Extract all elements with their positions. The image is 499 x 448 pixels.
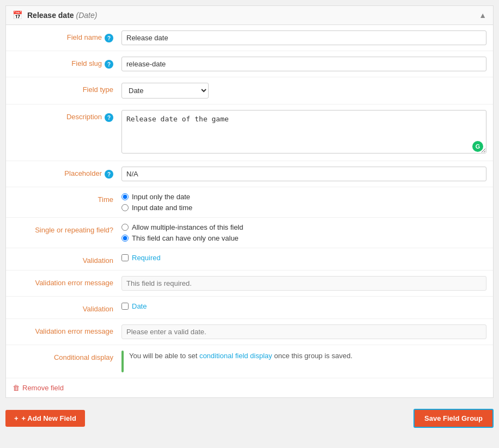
panel-title: Release date (Date) — [27, 11, 97, 20]
field-type-select[interactable]: Date Text Number Email URL Image — [121, 83, 209, 99]
description-help-icon[interactable]: ? — [105, 113, 113, 122]
single-repeating-control: Allow multiple-instances of this field T… — [121, 223, 486, 242]
required-checkbox-label: Required — [132, 254, 161, 262]
validation-required-label: Validation — [13, 254, 121, 265]
validation-date-label: Validation — [13, 302, 121, 313]
time-row: Time Input only the date Input date and … — [6, 187, 493, 218]
plus-icon: + — [14, 414, 19, 422]
time-datetime-radio[interactable] — [121, 204, 129, 211]
placeholder-row: Placeholder ? — [6, 161, 493, 187]
time-label: Time — [13, 193, 121, 204]
conditional-display-text: You will be able to set conditional fiel… — [129, 351, 352, 361]
time-date-only-radio[interactable] — [121, 193, 129, 200]
grammarly-icon: G — [472, 141, 483, 152]
field-slug-row: Field slug ? — [6, 51, 493, 77]
description-label: Description ? — [13, 110, 121, 122]
conditional-display-label: Conditional display — [13, 351, 121, 361]
panel-header: 📅 Release date (Date) ▲ — [6, 6, 493, 25]
date-checkbox[interactable] — [121, 303, 129, 310]
collapse-arrow[interactable]: ▲ — [479, 11, 486, 20]
remove-field-row: 🗑 Remove field — [6, 378, 493, 397]
time-datetime-label: Input date and time — [132, 204, 192, 212]
single-option1: Allow multiple-instances of this field — [121, 223, 486, 231]
validation-error-row2: Validation error message — [6, 319, 493, 345]
add-field-button[interactable]: + + Add New Field — [5, 410, 85, 427]
validation-required-row: Validation Required — [6, 248, 493, 271]
field-name-row: Field name ? — [6, 25, 493, 51]
panel-body: Field name ? Field slug ? — [6, 25, 493, 378]
single-value-radio[interactable] — [121, 235, 129, 242]
validation-error-row1: Validation error message — [6, 271, 493, 297]
single-value-label: This field can have only one value — [132, 234, 239, 242]
date-checkbox-option: Date — [121, 302, 486, 310]
conditional-display-link[interactable]: conditional field display — [199, 352, 272, 360]
validation-required-control: Required — [121, 254, 486, 262]
calendar-icon: 📅 — [13, 10, 23, 20]
panel-header-left: 📅 Release date (Date) — [13, 10, 97, 20]
field-group-panel: 📅 Release date (Date) ▲ Field name ? — [5, 5, 494, 398]
date-checkbox-label: Date — [132, 302, 147, 310]
placeholder-help-icon[interactable]: ? — [105, 170, 113, 179]
required-checkbox[interactable] — [121, 254, 129, 261]
conditional-display-area: You will be able to set conditional fiel… — [121, 351, 486, 372]
bottom-bar: + + Add New Field Save Field Group — [5, 403, 494, 433]
field-name-input[interactable] — [121, 30, 486, 45]
green-bar — [121, 351, 124, 372]
description-control: Release date of the game G — [121, 110, 486, 155]
validation-date-control: Date — [121, 302, 486, 310]
validation-error-label2: Validation error message — [13, 324, 121, 335]
multiple-instances-label: Allow multiple-instances of this field — [132, 223, 243, 231]
time-date-only-label: Input only the date — [132, 193, 190, 201]
conditional-display-control: You will be able to set conditional fiel… — [121, 351, 486, 372]
field-name-help-icon[interactable]: ? — [105, 34, 113, 42]
field-name-control — [121, 30, 486, 45]
field-slug-input[interactable] — [121, 57, 486, 71]
validation-error-control1 — [121, 276, 486, 291]
description-row: Description ? Release date of the game G — [6, 105, 493, 161]
placeholder-input[interactable] — [121, 167, 486, 181]
trash-icon: 🗑 — [13, 384, 20, 392]
field-slug-control — [121, 57, 486, 71]
validation-date-row: Validation Date — [6, 297, 493, 319]
placeholder-control — [121, 167, 486, 181]
single-option2: This field can have only one value — [121, 234, 486, 242]
description-textarea-wrapper: Release date of the game G — [121, 110, 486, 155]
validation-error-input1[interactable] — [121, 276, 486, 291]
validation-error-input2[interactable] — [121, 324, 486, 339]
description-textarea[interactable]: Release date of the game — [121, 110, 486, 154]
single-repeating-label: Single or repeating field? — [13, 223, 121, 234]
multiple-instances-radio[interactable] — [121, 224, 129, 231]
save-field-group-button[interactable]: Save Field Group — [413, 409, 494, 428]
field-type-row: Field type Date Text Number Email URL Im… — [6, 77, 493, 105]
time-control: Input only the date Input date and time — [121, 193, 486, 212]
field-type-label: Field type — [13, 83, 121, 94]
placeholder-label: Placeholder ? — [13, 167, 121, 179]
field-slug-help-icon[interactable]: ? — [105, 60, 113, 69]
field-type-control: Date Text Number Email URL Image — [121, 83, 486, 99]
required-checkbox-option: Required — [121, 254, 486, 262]
conditional-display-row: Conditional display You will be able to … — [6, 345, 493, 378]
page-wrapper: 📅 Release date (Date) ▲ Field name ? — [0, 0, 499, 448]
validation-error-control2 — [121, 324, 486, 339]
field-slug-label: Field slug ? — [13, 57, 121, 69]
single-repeating-row: Single or repeating field? Allow multipl… — [6, 218, 493, 248]
remove-field-button[interactable]: 🗑 Remove field — [13, 384, 64, 392]
field-name-label: Field name ? — [13, 30, 121, 42]
time-option1: Input only the date — [121, 193, 486, 201]
validation-error-label1: Validation error message — [13, 276, 121, 287]
time-option2: Input date and time — [121, 204, 486, 212]
